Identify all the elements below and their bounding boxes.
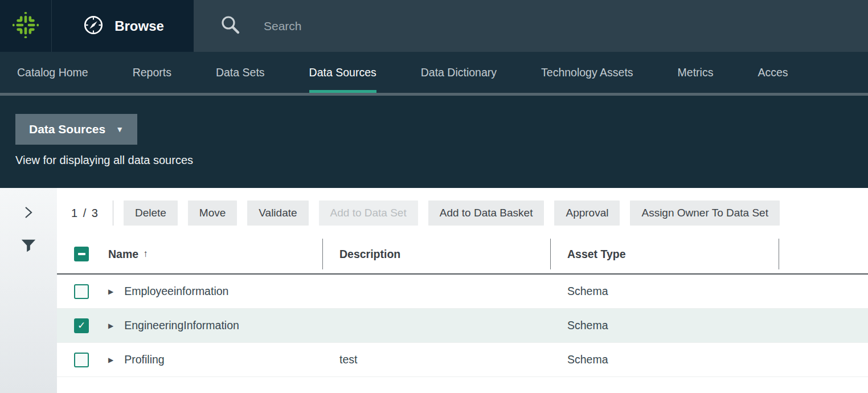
tab-access[interactable]: Acces: [758, 52, 788, 93]
delete-button[interactable]: Delete: [124, 200, 178, 226]
triangle-right-icon[interactable]: ▶: [108, 356, 113, 364]
asset-name-link[interactable]: Employeeinformation: [124, 285, 228, 298]
table-row[interactable]: ▶ Profiling test Schema: [57, 343, 868, 377]
tab-data-sources[interactable]: Data Sources: [309, 52, 376, 93]
tab-catalog-home[interactable]: Catalog Home: [17, 52, 88, 93]
top-bar: Browse: [0, 0, 868, 52]
global-search-bar[interactable]: [194, 0, 868, 52]
triangle-right-icon[interactable]: ▶: [108, 322, 113, 330]
asset-name-link[interactable]: EngineeringInformation: [124, 319, 239, 332]
asset-type-cell: Schema: [551, 285, 779, 298]
table-header-row: Name ↑ Description Asset Type: [57, 235, 868, 275]
column-header-name[interactable]: Name ↑: [108, 239, 323, 269]
add-to-data-set-button[interactable]: Add to Data Set: [319, 200, 418, 226]
tab-reports[interactable]: Reports: [133, 52, 171, 93]
asset-name-link[interactable]: Profiling: [124, 353, 164, 366]
row-checkbox[interactable]: [74, 318, 89, 333]
triangle-right-icon[interactable]: ▶: [108, 288, 113, 296]
tab-technology-assets[interactable]: Technology Assets: [541, 52, 633, 93]
search-icon: [219, 14, 242, 39]
compass-icon: [81, 13, 105, 39]
tab-data-dictionary[interactable]: Data Dictionary: [421, 52, 497, 93]
table-toolbar: 1 / 3 Delete Move Validate Add to Data S…: [57, 197, 868, 229]
filter-funnel-icon[interactable]: [20, 237, 37, 256]
pagination-indicator: 1 / 3: [71, 207, 99, 220]
row-checkbox[interactable]: [74, 353, 89, 367]
asset-type-cell: Schema: [551, 319, 779, 332]
asset-type-cell: Schema: [551, 353, 779, 366]
view-description: View for displaying all data sources: [15, 154, 868, 167]
content-area: 1 / 3 Delete Move Validate Add to Data S…: [0, 188, 868, 393]
browse-label: Browse: [114, 18, 164, 34]
move-button[interactable]: Move: [188, 200, 237, 226]
row-checkbox[interactable]: [74, 284, 89, 299]
tab-metrics[interactable]: Metrics: [678, 52, 714, 93]
search-input[interactable]: [264, 19, 605, 33]
collibra-logo-icon: [12, 11, 39, 41]
column-header-empty: [779, 239, 868, 269]
app-logo[interactable]: [0, 0, 51, 52]
table-row[interactable]: ▶ EngineeringInformation Schema: [57, 309, 868, 343]
add-to-data-basket-button[interactable]: Add to Data Basket: [428, 200, 544, 226]
view-selector-label: Data Sources: [29, 122, 105, 136]
catalog-nav-tabs: Catalog Home Reports Data Sets Data Sour…: [0, 52, 868, 96]
data-sources-panel: 1 / 3 Delete Move Validate Add to Data S…: [57, 188, 868, 393]
chevron-down-icon: ▼: [116, 125, 124, 134]
table-row[interactable]: ▶ Employeeinformation Schema: [57, 275, 868, 309]
validate-button[interactable]: Validate: [247, 200, 308, 226]
data-sources-table: Name ↑ Description Asset Type ▶: [57, 235, 868, 377]
expand-panel-button[interactable]: [22, 205, 35, 222]
browse-menu-button[interactable]: Browse: [51, 0, 194, 52]
column-header-description[interactable]: Description: [323, 239, 551, 269]
select-all-checkbox[interactable]: [74, 247, 89, 261]
view-header: Data Sources ▼ View for displaying all d…: [0, 96, 868, 188]
assign-owner-button[interactable]: Assign Owner To Data Set: [630, 200, 779, 226]
column-header-asset-type[interactable]: Asset Type: [551, 239, 779, 269]
view-selector-button[interactable]: Data Sources ▼: [15, 114, 137, 145]
description-cell: test: [323, 353, 551, 366]
tab-data-sets[interactable]: Data Sets: [216, 52, 265, 93]
approval-button[interactable]: Approval: [554, 200, 620, 226]
sort-ascending-icon[interactable]: ↑: [143, 248, 148, 260]
left-rail: [0, 188, 57, 393]
toolbar-divider: [113, 200, 113, 226]
